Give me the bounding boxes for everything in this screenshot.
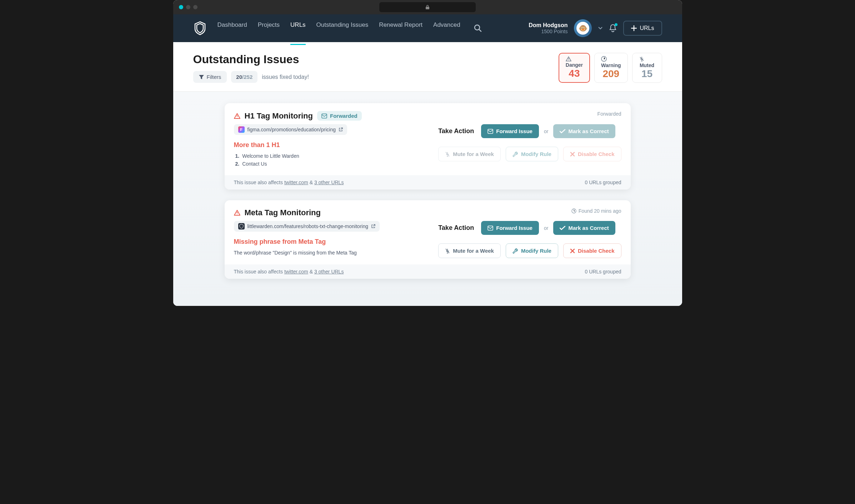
user-avatar[interactable]: 🐵 xyxy=(574,19,592,37)
issue-list: 1.Welcome to Little Warden 2.Contact Us xyxy=(234,153,439,167)
browser-url-bar[interactable] xyxy=(379,2,476,12)
take-action-label: Take Action xyxy=(438,224,474,232)
mail-icon xyxy=(321,114,327,119)
svg-rect-4 xyxy=(488,129,493,133)
take-action-label: Take Action xyxy=(438,127,474,135)
wrench-icon xyxy=(512,151,518,157)
traffic-light-minimize[interactable] xyxy=(186,5,190,9)
url-chip[interactable]: F figma.com/promotions/education/pricing xyxy=(234,124,347,135)
page-title: Outstanding Issues xyxy=(193,53,309,66)
top-navigation: Dashboard Projects URLs Outstanding Issu… xyxy=(173,14,682,42)
disable-check-button[interactable]: Disable Check xyxy=(563,243,621,258)
danger-icon xyxy=(566,56,583,61)
mark-correct-button[interactable]: Mark as Correct xyxy=(553,221,615,235)
plus-icon xyxy=(631,25,637,31)
page-header: Outstanding Issues Filters 20/252 issues… xyxy=(173,42,682,92)
url-chip[interactable]: littlewarden.com/features/robots-txt-cha… xyxy=(234,221,380,232)
mail-icon xyxy=(488,129,493,134)
nav-outstanding-issues[interactable]: Outstanding Issues xyxy=(316,21,369,45)
stat-danger-value: 43 xyxy=(566,68,583,79)
issue-description: Missing phrase from Meta Tag xyxy=(234,238,439,246)
notification-dot-icon xyxy=(615,23,618,26)
fixed-total: /252 xyxy=(242,74,252,80)
footer-link[interactable]: 3 other URLs xyxy=(314,269,344,274)
or-text: or xyxy=(544,128,548,134)
fixed-count: 20 xyxy=(236,74,242,80)
footer-link[interactable]: twitter.com xyxy=(284,269,308,274)
issue-meta: Found 20 mins ago xyxy=(571,208,621,214)
stat-muted[interactable]: Muted 15 xyxy=(632,53,662,83)
user-points: 1500 Points xyxy=(529,29,568,34)
stat-danger[interactable]: Danger 43 xyxy=(559,53,590,83)
favicon-icon: F xyxy=(238,126,245,133)
modify-label: Modify Rule xyxy=(521,248,551,254)
disable-label: Disable Check xyxy=(578,248,615,254)
traffic-light-zoom[interactable] xyxy=(193,5,198,9)
issue-detail-text: The word/phrase "Design" is missing from… xyxy=(234,250,439,256)
disable-check-button[interactable]: Disable Check xyxy=(563,147,621,161)
search-button[interactable] xyxy=(471,21,485,35)
external-link-icon xyxy=(371,224,375,228)
card-footer: This issue also affects twitter.com & 3 … xyxy=(225,264,631,279)
grouped-count: 0 URLs grouped xyxy=(585,180,621,185)
nav-advanced[interactable]: Advanced xyxy=(433,21,460,45)
stat-warning[interactable]: Warning 209 xyxy=(594,53,628,83)
lock-icon xyxy=(426,5,429,9)
nav-urls[interactable]: URLs xyxy=(290,21,306,45)
svg-line-1 xyxy=(479,30,481,32)
stat-warning-label: Warning xyxy=(601,62,621,68)
issue-card: H1 Tag Monitoring Forwarded Forwarded F … xyxy=(225,103,631,190)
card-footer: This issue also affects twitter.com & 3 … xyxy=(225,175,631,190)
stat-danger-label: Danger xyxy=(566,62,583,68)
modify-rule-button[interactable]: Modify Rule xyxy=(506,147,558,161)
forward-issue-button[interactable]: Forward Issue xyxy=(481,124,539,138)
grouped-count: 0 URLs grouped xyxy=(585,269,621,274)
mute-button[interactable]: Mute for a Week xyxy=(438,243,501,258)
modify-label: Modify Rule xyxy=(521,151,551,157)
footer-link[interactable]: twitter.com xyxy=(284,180,308,185)
check-icon xyxy=(560,129,565,133)
mark-correct-label: Mark as Correct xyxy=(568,225,609,231)
stat-muted-label: Muted xyxy=(639,62,655,68)
filter-icon xyxy=(199,75,204,80)
stat-muted-value: 15 xyxy=(639,68,655,80)
issue-title: Meta Tag Monitoring xyxy=(245,208,321,217)
url-text: figma.com/promotions/education/pricing xyxy=(248,127,336,132)
add-urls-label: URLs xyxy=(640,25,654,31)
nav-renewal-report[interactable]: Renewal Report xyxy=(379,21,422,45)
alert-icon xyxy=(234,113,240,119)
disable-label: Disable Check xyxy=(578,151,615,157)
svg-rect-6 xyxy=(488,226,493,230)
mark-correct-button[interactable]: Mark as Correct xyxy=(553,124,615,138)
forwarded-badge: Forwarded xyxy=(317,111,362,121)
issue-card: Meta Tag Monitoring Found 20 mins ago xyxy=(225,200,631,279)
user-name: Dom Hodgson xyxy=(529,22,568,29)
mail-icon xyxy=(488,226,493,231)
modify-rule-button[interactable]: Modify Rule xyxy=(506,243,558,258)
mark-correct-label: Mark as Correct xyxy=(568,128,609,134)
mute-button[interactable]: Mute for a Week xyxy=(438,147,501,161)
traffic-light-close[interactable] xyxy=(179,5,183,9)
or-text: or xyxy=(544,225,548,231)
nav-dashboard[interactable]: Dashboard xyxy=(218,21,247,45)
stat-warning-value: 209 xyxy=(601,68,621,80)
footer-prefix: This issue also affects xyxy=(234,269,284,274)
mute-icon xyxy=(445,248,450,254)
user-menu-chevron[interactable] xyxy=(598,27,602,30)
list-item: 1.Welcome to Little Warden xyxy=(235,153,439,159)
add-urls-button[interactable]: URLs xyxy=(623,21,662,36)
warning-icon xyxy=(601,56,621,62)
external-link-icon xyxy=(339,127,343,132)
nav-projects[interactable]: Projects xyxy=(258,21,280,45)
mute-label: Mute for a Week xyxy=(453,151,494,157)
notifications-button[interactable] xyxy=(609,24,617,32)
issue-description: More than 1 H1 xyxy=(234,141,439,149)
clock-icon xyxy=(571,208,576,213)
forwarded-badge-label: Forwarded xyxy=(330,113,358,119)
fixed-label: issues fixed today! xyxy=(262,74,309,80)
footer-link[interactable]: 3 other URLs xyxy=(314,180,344,185)
close-icon xyxy=(570,248,575,253)
logo[interactable] xyxy=(193,21,207,36)
forward-issue-button[interactable]: Forward Issue xyxy=(481,221,539,235)
filters-button[interactable]: Filters xyxy=(193,71,227,83)
